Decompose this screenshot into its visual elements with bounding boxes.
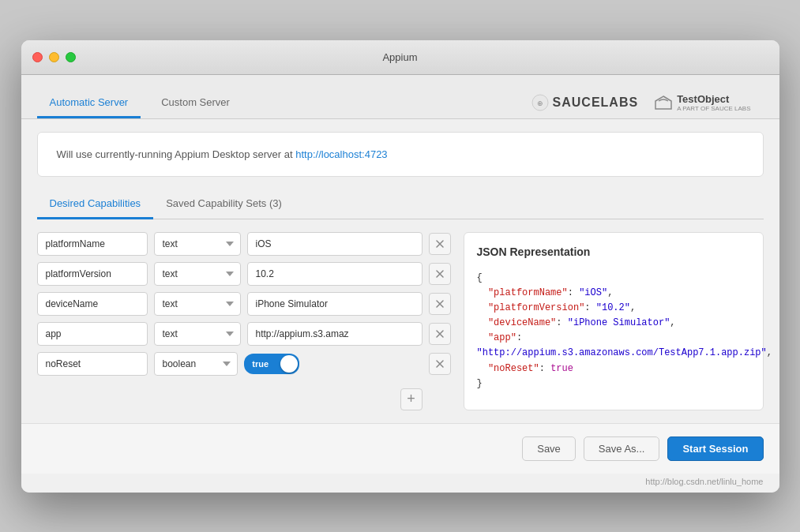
json-line-4: "deviceName": "iPhone Simulator", [477, 316, 750, 331]
cap-name-app[interactable] [37, 322, 148, 346]
tab-desired-capabilities[interactable]: Desired Capabilities [37, 189, 154, 219]
saveas-button[interactable]: Save As... [584, 436, 660, 461]
capability-row-platformname: text boolean number [37, 232, 451, 256]
cap-value-app[interactable] [247, 322, 423, 346]
cap-value-devicename[interactable] [247, 292, 423, 316]
maximize-button[interactable] [66, 52, 76, 62]
cap-name-platformversion[interactable] [37, 262, 148, 286]
capability-row-noreset: text boolean number true [37, 352, 451, 376]
cap-name-devicename[interactable] [37, 292, 148, 316]
close-button[interactable] [32, 52, 43, 62]
json-panel: JSON Representation { "platformName": "i… [464, 232, 764, 410]
json-line-3: "platformVersion": "10.2", [477, 301, 750, 316]
saucelabs-label: SAUCELABS [553, 96, 639, 110]
traffic-lights [32, 52, 76, 62]
server-tabs: Automatic Server Custom Server ⊕ SAUCELA… [21, 75, 779, 119]
delete-devicename-button[interactable] [429, 293, 451, 315]
testobject-label: TestObject [677, 93, 750, 105]
delete-app-button[interactable] [429, 323, 451, 345]
cap-name-platformname[interactable] [37, 232, 148, 256]
json-line-1: { [477, 271, 750, 286]
logo-area: ⊕ SAUCELABS TestObject A PART OF SAUCE L… [519, 87, 764, 118]
info-link[interactable]: http://localhost:4723 [295, 148, 387, 160]
main-content: Desired Capabilities Saved Capability Se… [21, 189, 779, 410]
toggle-noreset-label: true [252, 359, 269, 369]
start-session-button[interactable]: Start Session [667, 436, 763, 461]
cap-type-devicename[interactable]: text boolean number [154, 292, 241, 316]
content-area: text boolean number text boolean [37, 232, 764, 410]
footer: Save Save As... Start Session [21, 423, 779, 474]
cap-value-platformversion[interactable] [247, 262, 423, 286]
delete-platformversion-button[interactable] [429, 263, 451, 285]
tab-saved-capability-sets[interactable]: Saved Capability Sets (3) [153, 189, 295, 219]
capability-row-platformversion: text boolean number [37, 262, 451, 286]
cap-type-platformversion[interactable]: text boolean number [154, 262, 241, 286]
json-line-5: "app": [477, 331, 750, 346]
cap-type-noreset[interactable]: text boolean number [154, 352, 238, 376]
cap-type-platformname[interactable]: text boolean number [154, 232, 241, 256]
cap-name-noreset[interactable] [37, 352, 148, 376]
cap-type-app[interactable]: text boolean number [154, 322, 241, 346]
json-line-7: "noReset": true [477, 362, 750, 377]
json-line-2: "platformName": "iOS", [477, 286, 750, 301]
delete-noreset-button[interactable] [429, 353, 450, 375]
delete-platformname-button[interactable] [429, 233, 451, 255]
saucelabs-icon: ⊕ [531, 94, 549, 111]
minimize-button[interactable] [49, 52, 59, 62]
info-banner: Will use currently-running Appium Deskto… [37, 132, 764, 177]
testobject-icon [654, 95, 673, 111]
titlebar: Appium [21, 40, 779, 75]
cap-value-platformname[interactable] [247, 232, 423, 256]
watermark: http://blog.csdn.net/linlu_home [21, 474, 779, 493]
save-button[interactable]: Save [522, 436, 576, 461]
add-capability-button[interactable]: + [400, 388, 423, 410]
svg-text:⊕: ⊕ [537, 99, 543, 107]
capability-row-devicename: text boolean number [37, 292, 451, 316]
toggle-knob [280, 355, 298, 373]
json-content: { "platformName": "iOS", "platformVersio… [477, 271, 750, 392]
tab-custom-server[interactable]: Custom Server [148, 88, 242, 118]
info-text: Will use currently-running Appium Deskto… [57, 148, 296, 160]
json-line-6: "http://appium.s3.amazonaws.com/TestApp7… [477, 346, 750, 361]
left-panel: text boolean number text boolean [37, 232, 451, 410]
app-window: Appium Automatic Server Custom Server ⊕ … [21, 40, 779, 493]
saucelabs-tab[interactable]: ⊕ SAUCELABS [531, 94, 639, 111]
window-title: Appium [382, 51, 417, 63]
json-line-8: } [477, 377, 750, 392]
capability-tabs: Desired Capabilities Saved Capability Se… [37, 189, 764, 219]
testobject-sublabel: A PART OF SAUCE LABS [677, 105, 750, 112]
toggle-noreset[interactable]: true [244, 354, 299, 374]
json-panel-title: JSON Representation [477, 245, 750, 258]
testobject-tab[interactable]: TestObject A PART OF SAUCE LABS [654, 93, 750, 112]
capability-row-app: text boolean number [37, 322, 451, 346]
tab-automatic-server[interactable]: Automatic Server [37, 88, 141, 118]
